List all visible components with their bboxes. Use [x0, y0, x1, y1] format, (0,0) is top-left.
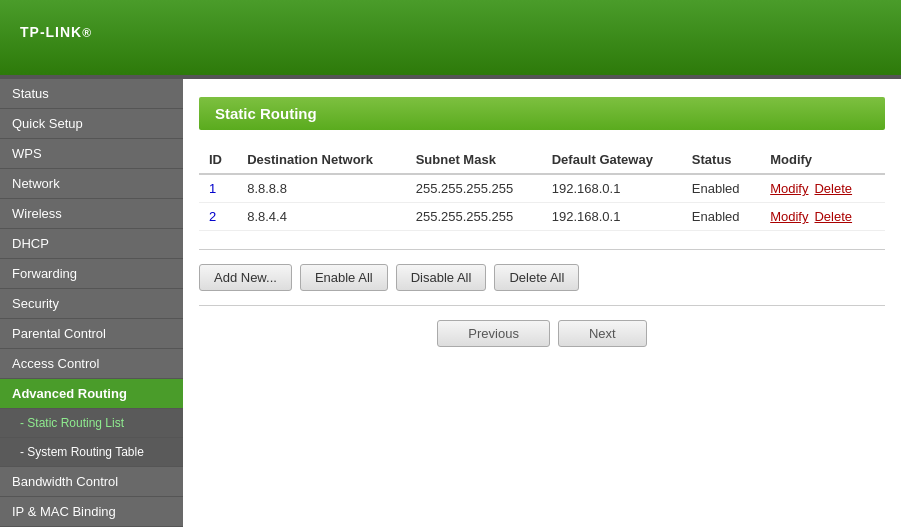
table-row: 18.8.8.8255.255.255.255192.168.0.1Enable… [199, 174, 885, 203]
enable-all-button[interactable]: Enable All [300, 264, 388, 291]
sidebar: StatusQuick SetupWPSNetworkWirelessDHCPF… [0, 79, 183, 527]
row-modify-cell: ModifyDelete [760, 203, 885, 231]
row-modify-cell: ModifyDelete [760, 174, 885, 203]
routing-table: ID Destination Network Subnet Mask Defau… [199, 146, 885, 231]
col-dest: Destination Network [237, 146, 406, 174]
page-title-bar: Static Routing [199, 97, 885, 130]
row-status: Enabled [682, 174, 760, 203]
row-dest: 8.8.4.4 [237, 203, 406, 231]
col-mask: Subnet Mask [406, 146, 542, 174]
next-button[interactable]: Next [558, 320, 647, 347]
sidebar-item-bandwidth-control[interactable]: Bandwidth Control [0, 467, 183, 497]
delete-all-button[interactable]: Delete All [494, 264, 579, 291]
sidebar-item-advanced-routing[interactable]: Advanced Routing [0, 379, 183, 409]
sidebar-item-static-routing-list[interactable]: - Static Routing List [0, 409, 183, 438]
sidebar-item-wireless[interactable]: Wireless [0, 199, 183, 229]
pagination-row: Previous Next [199, 305, 885, 347]
action-buttons-row: Add New... Enable All Disable All Delete… [199, 249, 885, 291]
previous-button[interactable]: Previous [437, 320, 550, 347]
row-mask: 255.255.255.255 [406, 174, 542, 203]
sidebar-item-parental-control[interactable]: Parental Control [0, 319, 183, 349]
col-id: ID [199, 146, 237, 174]
row-gateway: 192.168.0.1 [542, 174, 682, 203]
delete-link[interactable]: Delete [814, 181, 852, 196]
sidebar-item-system-routing-table[interactable]: - System Routing Table [0, 438, 183, 467]
add-new-button[interactable]: Add New... [199, 264, 292, 291]
row-id: 1 [199, 174, 237, 203]
sidebar-item-network[interactable]: Network [0, 169, 183, 199]
sidebar-item-forwarding[interactable]: Forwarding [0, 259, 183, 289]
col-gateway: Default Gateway [542, 146, 682, 174]
modify-link[interactable]: Modify [770, 181, 808, 196]
disable-all-button[interactable]: Disable All [396, 264, 487, 291]
row-mask: 255.255.255.255 [406, 203, 542, 231]
row-gateway: 192.168.0.1 [542, 203, 682, 231]
table-row: 28.8.4.4255.255.255.255192.168.0.1Enable… [199, 203, 885, 231]
content-area: Static Routing ID Destination Network Su… [183, 79, 901, 527]
sidebar-item-access-control[interactable]: Access Control [0, 349, 183, 379]
sidebar-item-security[interactable]: Security [0, 289, 183, 319]
row-status: Enabled [682, 203, 760, 231]
header: TP-LINK® [0, 0, 901, 75]
col-modify: Modify [760, 146, 885, 174]
page-title: Static Routing [215, 105, 317, 122]
delete-link[interactable]: Delete [814, 209, 852, 224]
sidebar-item-dhcp[interactable]: DHCP [0, 229, 183, 259]
routing-table-container: ID Destination Network Subnet Mask Defau… [199, 146, 885, 231]
sidebar-item-ip-mac-binding[interactable]: IP & MAC Binding [0, 497, 183, 527]
modify-link[interactable]: Modify [770, 209, 808, 224]
logo-mark: ® [82, 25, 92, 39]
row-dest: 8.8.8.8 [237, 174, 406, 203]
sidebar-item-quick-setup[interactable]: Quick Setup [0, 109, 183, 139]
logo-text: TP-LINK [20, 23, 82, 39]
row-id: 2 [199, 203, 237, 231]
sidebar-item-status[interactable]: Status [0, 79, 183, 109]
sidebar-item-wps[interactable]: WPS [0, 139, 183, 169]
main-layout: StatusQuick SetupWPSNetworkWirelessDHCPF… [0, 79, 901, 527]
logo: TP-LINK® [20, 22, 92, 54]
col-status: Status [682, 146, 760, 174]
